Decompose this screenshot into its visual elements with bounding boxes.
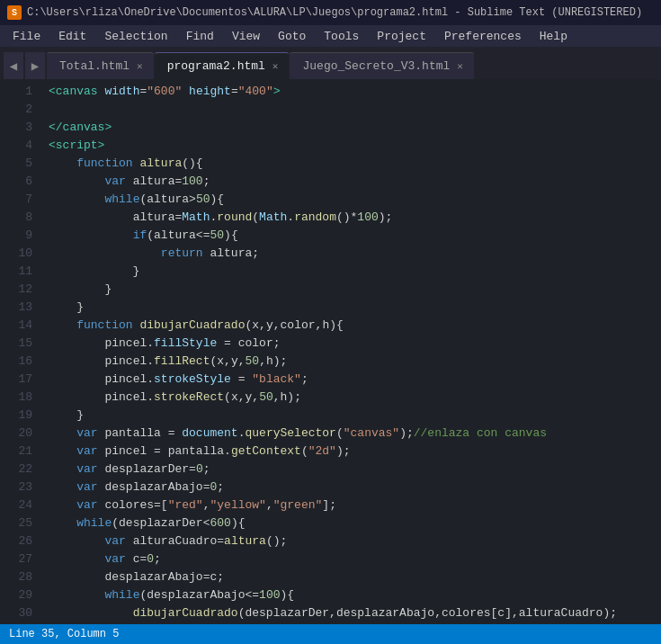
line-num-9: 9 — [0, 227, 32, 245]
code-line-14: function dibujarCuadrado(x,y,color,h){ — [49, 317, 661, 335]
menu-find[interactable]: Find — [177, 25, 223, 47]
code-line-4: <script> — [49, 137, 661, 155]
line-num-11: 11 — [0, 263, 32, 281]
code-line-31: desplazarAbajo=desplazarAbajo+50; — [49, 622, 661, 624]
line-num-26: 26 — [0, 532, 32, 550]
tab-nav-prev[interactable]: ◀ — [4, 52, 23, 79]
tab-juego-secreto-label: Juego_Secreto_V3.html — [302, 59, 450, 73]
code-line-29: while(desplazarAbajo<=100){ — [49, 586, 661, 604]
menu-selection[interactable]: Selection — [95, 25, 176, 47]
code-line-6: var altura=100; — [49, 173, 661, 191]
menu-edit[interactable]: Edit — [49, 25, 95, 47]
code-line-13: } — [49, 299, 661, 317]
line-num-3: 3 — [0, 119, 32, 137]
tab-total-html-close[interactable]: ✕ — [137, 60, 143, 72]
code-line-15: pincel.fillStyle = color; — [49, 335, 661, 353]
line-num-14: 14 — [0, 317, 32, 335]
tab-juego-secreto[interactable]: Juego_Secreto_V3.html ✕ — [290, 52, 473, 79]
code-line-19: } — [49, 407, 661, 425]
line-num-22: 22 — [0, 461, 32, 479]
code-line-5: function altura(){ — [49, 155, 661, 173]
code-line-28: desplazarAbajo=c; — [49, 568, 661, 586]
line-num-27: 27 — [0, 550, 32, 568]
code-line-24: var colores=["red","yellow","green"]; — [49, 496, 661, 514]
code-line-18: pincel.strokeRect(x,y,50,h); — [49, 389, 661, 407]
editor: 1 2 3 4 5 6 7 8 9 10 11 12 13 14 15 16 1… — [0, 79, 661, 624]
app-icon: S — [7, 5, 22, 20]
code-line-16: pincel.fillRect(x,y,50,h); — [49, 353, 661, 371]
code-line-26: var alturaCuadro=altura(); — [49, 532, 661, 550]
line-num-12: 12 — [0, 281, 32, 299]
menu-goto[interactable]: Goto — [269, 25, 315, 47]
tab-programa2-html-close[interactable]: ✕ — [272, 60, 279, 72]
tab-nav-next[interactable]: ▶ — [25, 52, 45, 79]
menu-help[interactable]: Help — [531, 25, 576, 47]
line-num-16: 16 — [0, 353, 32, 371]
code-line-1: <canvas width="600" height="400"> — [49, 83, 661, 101]
line-num-20: 20 — [0, 425, 32, 443]
line-num-19: 19 — [0, 407, 32, 425]
code-line-3: </canvas> — [49, 119, 661, 137]
line-num-29: 29 — [0, 586, 32, 604]
tab-programa2-html[interactable]: programa2.html ✕ — [155, 52, 290, 79]
code-line-12: } — [49, 281, 661, 299]
line-num-8: 8 — [0, 209, 32, 227]
line-num-23: 23 — [0, 479, 32, 496]
code-line-11: } — [49, 263, 661, 281]
tab-programa2-html-label: programa2.html — [167, 59, 265, 73]
titlebar: S C:\Users\rliza\OneDrive\Documentos\ALU… — [0, 0, 661, 25]
line-num-28: 28 — [0, 568, 32, 586]
line-num-17: 17 — [0, 371, 32, 389]
menu-file[interactable]: File — [4, 25, 49, 47]
code-line-27: var c=0; — [49, 550, 661, 568]
code-area[interactable]: <canvas width="600" height="400"> </canv… — [41, 79, 661, 624]
code-line-8: altura=Math.round(Math.random()*100); — [49, 209, 661, 227]
line-num-30: 30 — [0, 604, 32, 622]
menubar: File Edit Selection Find View Goto Tools… — [0, 25, 661, 47]
tab-total-html-label: Total.html — [59, 59, 130, 73]
line-num-13: 13 — [0, 299, 32, 317]
menu-view[interactable]: View — [223, 25, 269, 47]
line-num-5: 5 — [0, 155, 32, 173]
code-line-9: if(altura<=50){ — [49, 227, 661, 245]
menu-project[interactable]: Project — [368, 25, 435, 47]
code-line-22: var desplazarDer=0; — [49, 461, 661, 479]
menu-tools[interactable]: Tools — [315, 25, 368, 47]
statusbar: Line 35, Column 5 — [0, 624, 661, 644]
line-num-6: 6 — [0, 173, 32, 191]
line-num-15: 15 — [0, 335, 32, 353]
line-num-31: 31 — [0, 622, 32, 624]
titlebar-text: C:\Users\rliza\OneDrive\Documentos\ALURA… — [27, 6, 642, 19]
code-line-17: pincel.strokeStyle = "black"; — [49, 371, 661, 389]
code-line-10: return altura; — [49, 245, 661, 263]
line-num-25: 25 — [0, 514, 32, 532]
line-numbers: 1 2 3 4 5 6 7 8 9 10 11 12 13 14 15 16 1… — [0, 79, 41, 624]
line-num-7: 7 — [0, 191, 32, 209]
tab-total-html[interactable]: Total.html ✕ — [47, 52, 154, 79]
line-num-24: 24 — [0, 496, 32, 514]
line-num-21: 21 — [0, 443, 32, 461]
code-line-21: var pincel = pantalla.getContext("2d"); — [49, 443, 661, 461]
code-line-20: var pantalla = document.querySelector("c… — [49, 425, 661, 443]
code-line-30: dibujarCuadrado(desplazarDer,desplazarAb… — [49, 604, 661, 622]
code-line-7: while(altura>50){ — [49, 191, 661, 209]
line-num-10: 10 — [0, 245, 32, 263]
code-line-23: var desplazarAbajo=0; — [49, 479, 661, 496]
line-num-1: 1 — [0, 83, 32, 101]
tab-juego-secreto-close[interactable]: ✕ — [457, 60, 463, 72]
menu-preferences[interactable]: Preferences — [435, 25, 531, 47]
code-line-2 — [49, 101, 661, 119]
tabbar: ◀ ▶ Total.html ✕ programa2.html ✕ Juego_… — [0, 47, 661, 79]
line-num-4: 4 — [0, 137, 32, 155]
line-num-2: 2 — [0, 101, 32, 119]
line-num-18: 18 — [0, 389, 32, 407]
code-line-25: while(desplazarDer<600){ — [49, 514, 661, 532]
statusbar-text: Line 35, Column 5 — [9, 628, 119, 640]
